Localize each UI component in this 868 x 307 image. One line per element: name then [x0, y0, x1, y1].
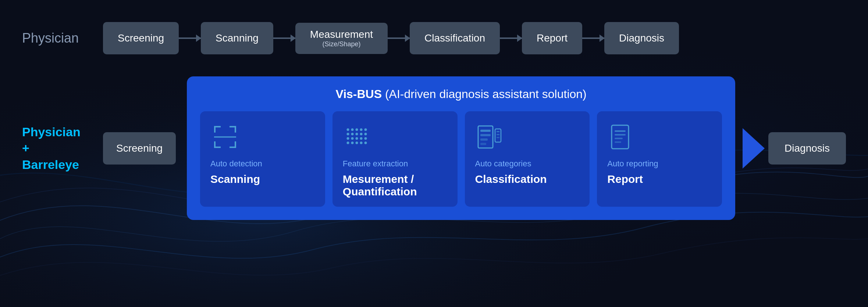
svg-point-23: [351, 137, 353, 140]
vis-bus-container: Vis-BUS (AI-driven diagnosis assistant s…: [187, 76, 735, 220]
bottom-row: Physician + Barreleye Screening Vis-BUS …: [22, 76, 846, 220]
svg-point-20: [360, 133, 362, 136]
arrow-3: [388, 37, 410, 39]
physician-label: Physician: [22, 30, 103, 46]
svg-rect-34: [480, 134, 491, 136]
svg-rect-4: [214, 126, 216, 133]
card-auto-reporting: Auto reporting Report: [597, 111, 722, 207]
svg-rect-38: [497, 131, 499, 132]
bottom-screening: Screening: [103, 132, 176, 165]
arrow-2: [273, 37, 295, 39]
card-feature-extraction: Feature extraction Mesurement / Quantifi…: [332, 111, 458, 207]
step-diagnosis: Diagnosis: [604, 22, 679, 54]
main-content: Physician Screening Scanning Measurement…: [0, 0, 868, 307]
step-scanning: Scanning: [201, 22, 273, 54]
arrow-1: [179, 37, 201, 39]
svg-point-26: [364, 137, 367, 140]
svg-point-22: [346, 137, 349, 140]
svg-point-25: [360, 137, 362, 140]
svg-rect-43: [615, 134, 626, 136]
svg-point-27: [346, 142, 349, 144]
svg-rect-35: [480, 138, 488, 141]
card-auto-detection: Auto detection Scanning: [200, 111, 325, 207]
step-screening: Screening: [103, 22, 179, 54]
svg-point-21: [364, 133, 367, 136]
svg-rect-45: [615, 141, 621, 143]
svg-point-24: [355, 137, 358, 140]
scan-icon: [210, 122, 240, 152]
svg-rect-40: [497, 137, 499, 138]
svg-rect-39: [497, 134, 499, 135]
svg-rect-36: [480, 143, 486, 145]
svg-point-28: [351, 142, 353, 144]
physician-barreleye-label: Physician + Barreleye: [22, 124, 103, 173]
arrow-5: [582, 37, 604, 39]
pipeline: Screening Scanning Measurement (Size/Sha…: [103, 22, 679, 54]
svg-point-31: [364, 142, 367, 144]
svg-rect-6: [235, 126, 236, 133]
svg-point-19: [355, 133, 358, 136]
svg-point-17: [346, 133, 349, 136]
svg-point-16: [364, 129, 367, 131]
physician-row: Physician Screening Scanning Measurement…: [22, 22, 846, 54]
svg-point-29: [355, 142, 358, 144]
step-measurement: Measurement (Size/Shape): [295, 23, 388, 54]
svg-point-15: [360, 129, 362, 131]
svg-rect-44: [615, 138, 623, 139]
svg-rect-33: [480, 130, 491, 132]
arrow-4: [500, 37, 522, 39]
svg-point-14: [355, 129, 358, 131]
svg-point-30: [360, 142, 362, 144]
vis-bus-title: Vis-BUS (AI-driven diagnosis assistant s…: [200, 87, 722, 101]
card-auto-categories: Auto categories Classification: [465, 111, 590, 207]
svg-point-12: [346, 129, 349, 131]
svg-rect-42: [615, 130, 626, 132]
svg-rect-41: [612, 125, 629, 149]
svg-rect-8: [214, 141, 216, 148]
step-report: Report: [522, 22, 582, 54]
svg-rect-37: [495, 129, 501, 142]
report-icon: [607, 122, 637, 152]
classification-icon: [475, 122, 505, 152]
svg-point-18: [351, 133, 353, 136]
svg-point-13: [351, 129, 353, 131]
svg-rect-10: [235, 141, 236, 148]
bottom-diagnosis: Diagnosis: [768, 132, 846, 165]
step-classification: Classification: [410, 22, 500, 54]
blue-arrow: [743, 128, 765, 169]
svg-rect-11: [214, 136, 236, 138]
grid-icon: [343, 122, 372, 152]
vis-bus-cards: Auto detection Scanning: [200, 111, 722, 207]
